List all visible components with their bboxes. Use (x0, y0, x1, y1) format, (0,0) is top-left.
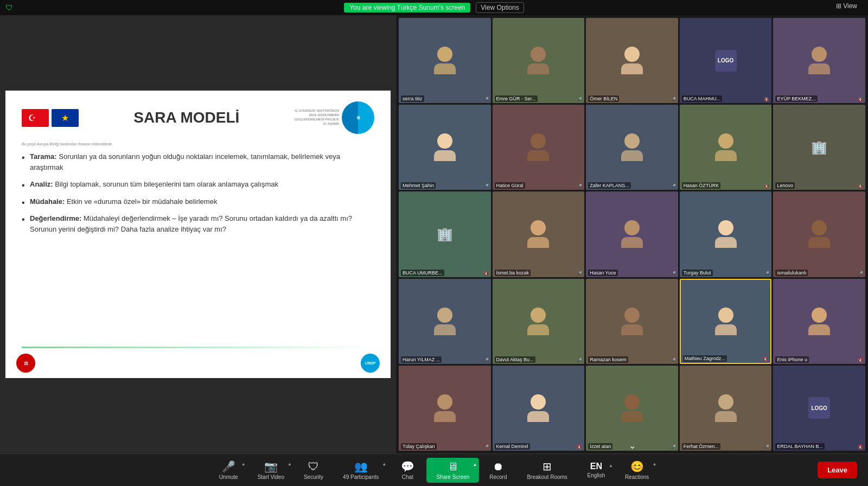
security-button[interactable]: 🛡 Security (294, 458, 333, 483)
participant-tile: Hasan ÖZTÜRK🔇 (680, 105, 772, 190)
participant-tile: 🏢Lenovo🔇 (773, 105, 865, 190)
turkish-flag (22, 109, 49, 127)
participant-name-label: Ramazan kosem (588, 356, 628, 363)
participant-name-label: Turgay Bulut (682, 270, 713, 276)
slide-logo-circle: ⚙ (342, 101, 374, 134)
unmute-button[interactable]: 🎤 Unmute ▲ (209, 457, 248, 483)
bullet-4: Değerlendirme: Müdahaleyi değerlendirmek… (22, 213, 374, 234)
leave-button[interactable]: Leave (818, 462, 857, 478)
participant-mic-icon: 🎤 (671, 184, 676, 189)
participant-tile: Harun YILMAZ ...🎤 (399, 279, 491, 364)
slide-header: ★ SARA MODELİ İÇ GÜVENLİK SEKTÖRÜNÜN SİV… (22, 101, 374, 134)
participant-name-label: Mehmet Şahin (401, 182, 436, 189)
participant-mic-icon: 🎤 (483, 358, 489, 363)
participants-button[interactable]: 👥 49 Participants ▲ (333, 457, 388, 483)
participant-tile: Mathieu Zagrodz...🔇 (680, 279, 772, 364)
ministry-logo: ⚖ (16, 354, 35, 373)
participant-tile: serra titiz🎤 (399, 18, 491, 103)
english-button[interactable]: EN English ▲ (577, 459, 615, 481)
participant-mic-icon: 🎤 (577, 271, 582, 276)
participant-name-label: Harun YILMAZ ... (401, 356, 442, 363)
view-options-button[interactable]: View Options (476, 2, 524, 13)
shield-icon: 🛡 (5, 3, 13, 12)
participant-avatar (621, 308, 643, 335)
breakout-label: Breakout Rooms (527, 474, 567, 480)
undp-logo: UNDP (361, 354, 380, 373)
presentation-area: ★ SARA MODELİ İÇ GÜVENLİK SEKTÖRÜNÜN SİV… (0, 15, 396, 453)
reactions-button[interactable]: 😊 Reactions ▲ (615, 457, 659, 483)
participant-name-label: Lenovo (775, 182, 795, 189)
participant-name-label: Hasan Yuce (588, 270, 617, 276)
record-label: Record (489, 474, 507, 480)
participant-mic-icon: 🔇 (483, 271, 489, 276)
participant-tile: Ömer BİLEN🎤 (586, 18, 678, 103)
participant-avatar (434, 394, 456, 422)
participant-name-label: Kemal Demirel (495, 443, 530, 450)
participant-tile: Emre GÜR - Ser...🎤 (493, 18, 585, 103)
participant-avatar: LOGO (808, 397, 830, 419)
participant-name-label: Enis iPhone u (775, 356, 809, 363)
participant-tile: LOGOERDAL BAYHAN B...🔇 (773, 366, 865, 451)
slide-underline (22, 347, 374, 348)
toolbar: 🎤 Unmute ▲ 📷 Start Video ▲ 🛡 Security 👥 … (0, 453, 868, 486)
reactions-caret: ▲ (652, 462, 656, 466)
english-caret: ▲ (609, 463, 613, 468)
chat-button[interactable]: 💬 Chat (388, 457, 426, 483)
participant-tile: Ramazan kosem🎤 (586, 279, 678, 364)
start-video-label: Start Video (258, 474, 284, 480)
record-icon: ⏺ (493, 461, 503, 473)
participant-tile: Kemal Demirel🔇 (493, 366, 585, 451)
mic-icon: 🎤 (222, 460, 235, 473)
participant-avatar (715, 220, 737, 248)
participant-avatar (715, 308, 737, 335)
participant-mic-icon: 🔇 (858, 445, 863, 450)
share-screen-icon: 🖥 (448, 461, 458, 473)
participant-name-label: İzzet atan (588, 443, 612, 450)
participant-name-label: serra titiz (401, 95, 424, 102)
participant-avatar (434, 47, 456, 74)
participant-name-label: ERDAL BAYHAN B... (775, 443, 825, 450)
breakout-rooms-button[interactable]: ⊞ Breakout Rooms (517, 457, 577, 483)
participant-tile: İzzet atan🎤 (586, 366, 678, 451)
participant-tile: Hasan Yuce🎤 (586, 191, 678, 277)
participant-mic-icon: 🔇 (763, 357, 768, 362)
unmute-label: Unmute (219, 474, 238, 480)
participant-avatar (715, 394, 737, 422)
participant-mic-icon: 🎤 (764, 271, 769, 276)
unmute-caret: ▲ (241, 462, 246, 466)
video-icon: 📷 (264, 460, 278, 473)
participant-avatar (621, 133, 643, 161)
participant-avatar (621, 220, 643, 248)
participant-mic-icon: 🔇 (858, 184, 863, 189)
participant-tile: Hatice Güral🎤 (493, 105, 585, 190)
share-screen-label: Share Screen (436, 474, 469, 480)
participant-avatar (527, 220, 549, 248)
scroll-down-icon[interactable]: ⌄ (629, 440, 636, 451)
participant-name-label: ismailulukanlı (775, 270, 808, 276)
start-video-button[interactable]: 📷 Start Video ▲ (248, 457, 294, 483)
participant-mic-icon: 🎤 (671, 445, 676, 450)
participant-name-label: Davut Aktaş Bu... (495, 356, 535, 363)
participant-avatar: 🏢 (437, 227, 453, 242)
participant-tile: Enis iPhone u🔇 (773, 279, 865, 364)
participant-avatar (808, 47, 830, 74)
participant-mic-icon: 🎤 (577, 184, 582, 189)
participant-name-label: Tülay Çalışkan (401, 443, 437, 450)
participant-avatar (715, 133, 737, 161)
slide-logo-text: İÇ GÜVENLİK SEKTÖRÜNÜN SİVİL GÖZETİMİNİN… (295, 109, 339, 126)
share-screen-button[interactable]: 🖥 Share Screen ▲ (426, 458, 479, 483)
participant-name-label: Mathieu Zagrodz... (683, 355, 727, 362)
record-button[interactable]: ⏺ Record (479, 458, 517, 483)
participant-tile: Mehmet Şahin🎤 (399, 105, 491, 190)
participant-mic-icon: 🎤 (671, 271, 676, 276)
slide-flags: ★ (22, 109, 79, 127)
participant-name-label: Ferhat Özmen... (682, 443, 720, 450)
top-bar: 🛡 You are viewing Türkçe Sunum's screen … (0, 0, 868, 15)
participant-tile: İsmet.ba kozak🎤 (493, 191, 585, 277)
share-screen-caret: ▲ (473, 462, 477, 467)
participant-name-label: Hatice Güral (495, 182, 525, 189)
participant-mic-icon: 🔇 (858, 97, 863, 102)
slide-logo-area: İÇ GÜVENLİK SEKTÖRÜNÜN SİVİL GÖZETİMİNİN… (295, 101, 374, 134)
participant-avatar (434, 308, 456, 335)
participant-avatar: 🏢 (811, 140, 827, 155)
